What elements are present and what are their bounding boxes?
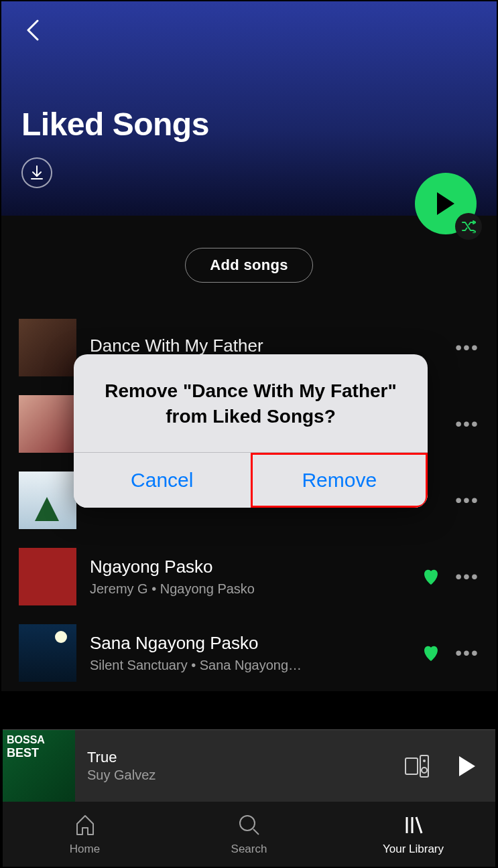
more-button[interactable]: ••• (455, 488, 479, 512)
more-button[interactable]: ••• (455, 641, 479, 665)
download-button[interactable] (21, 157, 52, 188)
svg-point-3 (422, 768, 427, 773)
svg-rect-1 (420, 755, 428, 777)
song-text: Sana Ngayong Pasko Silent Sanctuary • Sa… (90, 633, 407, 673)
nav-library[interactable]: Your Library (331, 802, 495, 867)
song-text: Ngayong Pasko Jeremy G • Ngayong Pasko (90, 557, 407, 597)
library-icon (401, 813, 426, 837)
dialog-message: Remove "Dance With My Father" from Liked… (74, 354, 428, 452)
bottom-nav: Home Search Your Library (3, 802, 495, 867)
nav-home[interactable]: Home (3, 802, 167, 867)
play-all-button[interactable] (415, 173, 477, 234)
page-title: Liked Songs (21, 106, 477, 143)
add-songs-row: Add songs (1, 216, 497, 301)
song-row[interactable]: Ngayong Pasko Jeremy G • Ngayong Pasko •… (13, 538, 485, 615)
now-playing-title: True (87, 749, 391, 766)
chevron-left-icon (25, 19, 40, 41)
heart-icon[interactable] (420, 642, 442, 664)
add-songs-button[interactable]: Add songs (185, 248, 312, 283)
song-row[interactable]: Sana Ngayong Pasko Silent Sanctuary • Sa… (13, 615, 485, 691)
song-subtitle: Silent Sanctuary • Sana Ngayong… (90, 658, 407, 673)
shuffle-icon (461, 220, 476, 233)
shuffle-badge[interactable] (455, 213, 482, 240)
remove-button[interactable]: Remove (251, 453, 428, 508)
more-button[interactable]: ••• (455, 565, 479, 589)
album-art (19, 395, 76, 453)
heart-icon[interactable] (420, 566, 442, 587)
more-button[interactable]: ••• (455, 412, 479, 436)
song-title: Sana Ngayong Pasko (90, 633, 407, 654)
remove-dialog: Remove "Dance With My Father" from Liked… (74, 354, 428, 508)
home-icon (73, 813, 97, 837)
now-playing-bar[interactable]: True Suy Galvez (3, 729, 495, 802)
album-art (19, 624, 76, 682)
album-art (19, 319, 76, 376)
album-art (19, 472, 76, 529)
header-gradient: Liked Songs (1, 1, 497, 216)
svg-rect-0 (406, 758, 418, 774)
svg-line-5 (253, 829, 259, 835)
dialog-buttons: Cancel Remove (74, 452, 428, 508)
nav-label: Your Library (383, 843, 444, 856)
album-art (19, 548, 76, 605)
nav-label: Home (70, 843, 100, 856)
play-button[interactable] (455, 755, 478, 778)
more-button[interactable]: ••• (455, 336, 479, 360)
now-playing-text: True Suy Galvez (87, 749, 391, 783)
song-title: Ngayong Pasko (90, 557, 407, 577)
back-button[interactable] (21, 19, 44, 42)
download-icon (30, 165, 44, 180)
song-subtitle: Jeremy G • Ngayong Pasko (90, 581, 407, 597)
devices-icon[interactable] (403, 753, 430, 780)
play-icon (434, 191, 457, 216)
now-playing-art (3, 730, 75, 802)
cancel-button[interactable]: Cancel (74, 453, 251, 508)
now-playing-artist: Suy Galvez (87, 768, 391, 783)
svg-line-8 (416, 817, 422, 833)
svg-point-4 (240, 816, 255, 830)
nav-label: Search (231, 843, 267, 856)
svg-point-2 (423, 760, 426, 762)
nav-search[interactable]: Search (167, 802, 331, 867)
song-title: Dance With My Father (90, 336, 442, 356)
search-icon (237, 813, 261, 837)
